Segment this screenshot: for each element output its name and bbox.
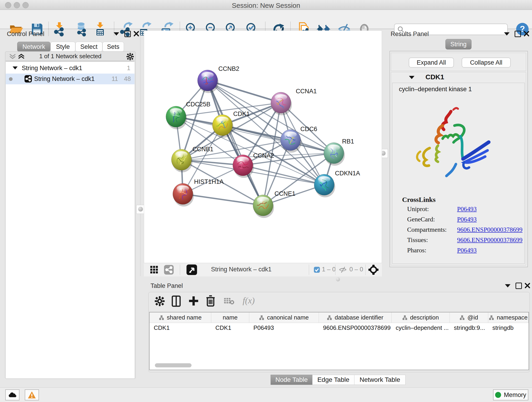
close-panel-icon[interactable] [524, 31, 530, 37]
network-tree: String Network – cdk1 1 String Network –… [6, 61, 134, 378]
node-label-ccna1: CCNA1 [296, 88, 317, 95]
node-label-ccne1: CCNE1 [274, 190, 296, 197]
memory-button[interactable]: Memory [493, 389, 528, 400]
crosslink-link[interactable]: P06493 [457, 247, 477, 254]
edge-count: 48 [124, 74, 131, 84]
table-cell[interactable]: P06493 [249, 323, 319, 332]
hidden-glasses-icon [338, 266, 347, 274]
table-cell[interactable]: CDK1 [211, 323, 249, 332]
tab-select[interactable]: Select [75, 42, 102, 52]
network-node-cdk1[interactable] [212, 115, 234, 138]
tab-edge-table[interactable]: Edge Table [312, 375, 355, 385]
table-cell[interactable]: CDK1 [150, 323, 211, 332]
warnings-button[interactable] [25, 389, 39, 400]
title-bar: Session: New Session [0, 0, 532, 10]
crosslink-link[interactable]: P06493 [457, 205, 477, 212]
crosslink-row: GeneCard:P06493 [407, 216, 522, 226]
crosslink-label: GeneCard: [407, 216, 457, 223]
node-label-cdk1: CDK1 [233, 110, 250, 117]
crosslink-row: Tissues:9606.ENSP00000378699 [407, 236, 522, 247]
node-label-cdc6: CDC6 [300, 126, 317, 133]
network-node-hist1h1a[interactable] [173, 183, 194, 206]
delete-column-icon[interactable] [206, 295, 215, 307]
collection-label: String Network – cdk1 [22, 65, 82, 72]
column-header-description[interactable]: description [392, 313, 450, 323]
crosslink-link[interactable]: P06493 [457, 216, 477, 223]
network-view-icon[interactable] [164, 265, 174, 274]
svg-text:CCNB2: CCNB2 [218, 65, 239, 72]
svg-text:CCNA2: CCNA2 [253, 152, 274, 159]
svg-text:CCNE1: CCNE1 [274, 190, 296, 197]
table-row[interactable]: CDK1CDK1P064939606.ENSP00000378699cyclin… [150, 323, 529, 332]
network-panel: 1 of 1 Network selected String Network –… [5, 51, 136, 379]
maximize-panel-icon[interactable] [515, 283, 522, 289]
network-options-gear-icon[interactable] [126, 53, 134, 61]
memory-label: Memory [504, 391, 526, 399]
float-panel-icon[interactable] [114, 32, 119, 36]
collapse-all-button[interactable]: Collapse All [462, 57, 511, 68]
table-cell[interactable]: 9606.ENSP00000378699 [319, 323, 392, 332]
table-options-gear-icon[interactable] [154, 296, 165, 306]
crosslink-link[interactable]: 9606.ENSP00000378699 [457, 236, 522, 243]
node-label-ccna2: CCNA2 [253, 152, 274, 159]
detach-view-icon[interactable] [186, 264, 197, 275]
svg-text:CDC25B: CDC25B [186, 101, 210, 108]
network-node-cdkn1a[interactable] [314, 174, 335, 197]
table-cell[interactable]: stringdb [488, 323, 529, 332]
tab-sets[interactable]: Sets [102, 42, 124, 52]
tab-network-table[interactable]: Network Table [354, 375, 405, 385]
left-splitter[interactable] [140, 30, 140, 276]
results-panel-header: Results Panel [389, 30, 527, 39]
network-node-ccnb2[interactable] [197, 70, 219, 93]
create-column-icon[interactable] [188, 295, 199, 306]
network-node-cdc25b[interactable] [166, 106, 187, 129]
column-header-canonical-name[interactable]: canonical name [249, 313, 319, 323]
table-cell[interactable]: stringdb:9... [450, 323, 488, 332]
column-header-shared-name[interactable]: shared name [150, 313, 211, 323]
column-header-namespace[interactable]: namespace [488, 313, 529, 323]
bottom-splitter-handle[interactable] [336, 277, 340, 281]
table-panel-title: Table Panel [151, 282, 183, 289]
selected-checkbox-icon[interactable] [314, 267, 320, 273]
crosslink-row: Pharos:P06493 [407, 247, 522, 257]
column-header--id[interactable]: @id [450, 313, 488, 323]
show-columns-icon[interactable] [172, 295, 181, 307]
float-panel-icon[interactable] [504, 32, 510, 36]
close-panel-icon[interactable] [525, 283, 530, 288]
svg-text:HIST1H1A: HIST1H1A [194, 178, 224, 185]
expand-all-button[interactable]: Expand All [409, 57, 454, 68]
network-canvas[interactable]: CCNB2CCNA1CDC25BCDK1CDC6RB1CCNB1CCNA2CDK… [144, 31, 382, 263]
maximize-panel-icon[interactable] [124, 31, 131, 37]
node-label-ccnb1: CCNB1 [192, 146, 214, 153]
tab-string-results[interactable]: String [445, 39, 472, 50]
birds-eye-navigator-icon[interactable] [368, 264, 379, 275]
column-header-name[interactable]: name [211, 313, 249, 323]
table-panel-header: Table Panel [148, 282, 530, 292]
column-header-database-identifier[interactable]: database identifier [319, 313, 392, 323]
tab-network[interactable]: Network [17, 42, 51, 52]
tab-style[interactable]: Style [51, 42, 75, 52]
network-node-ccne1[interactable] [253, 195, 274, 218]
string-network-icon [25, 75, 32, 83]
node-label-hist1h1a: HIST1H1A [194, 178, 224, 185]
crosslink-label: Uniprot: [407, 205, 457, 213]
network-node-ccna1[interactable] [271, 92, 292, 115]
cloud-button[interactable] [5, 389, 19, 400]
network-node-ccna2[interactable] [233, 155, 254, 178]
table-cell[interactable]: cyclin–dependent ... [392, 323, 450, 332]
grid-view-icon[interactable] [150, 266, 158, 274]
protein-section-expander-icon[interactable] [409, 76, 414, 79]
close-panel-icon[interactable] [133, 31, 139, 37]
network-node-rb1[interactable] [324, 143, 345, 166]
network-collection-row[interactable]: String Network – cdk1 1 [6, 63, 134, 74]
tab-node-table[interactable]: Node Table [271, 375, 312, 385]
horizontal-scrollbar-thumb[interactable] [155, 363, 191, 367]
collection-count: 1 [127, 63, 130, 74]
crosslink-link[interactable]: 9606.ENSP00000378699 [457, 226, 522, 233]
network-row-selected[interactable]: String Network – cdk1 11 48 [6, 74, 134, 84]
maximize-panel-icon[interactable] [515, 31, 521, 37]
window-title: Session: New Session [0, 2, 532, 9]
float-panel-icon[interactable] [505, 284, 510, 287]
svg-text:CDK1: CDK1 [233, 110, 250, 117]
collection-expander-icon[interactable] [13, 66, 18, 70]
